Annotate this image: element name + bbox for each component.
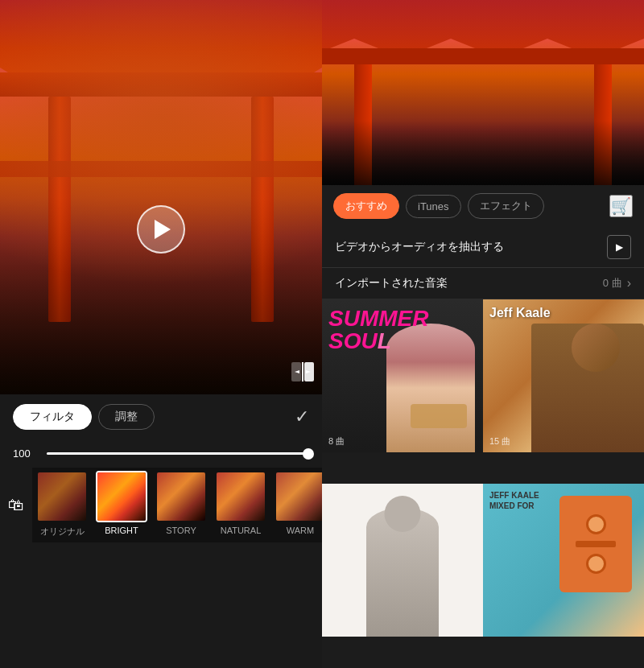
summer-soul-food <box>411 404 467 428</box>
filter-thumb-image-bright <box>97 472 146 521</box>
cassette-reel-bottom <box>586 554 606 574</box>
cart-button[interactable]: 🛒 <box>609 195 633 217</box>
filter-thumb-image-natural <box>217 472 265 521</box>
compare-icon <box>291 362 314 381</box>
right-video-fade <box>322 121 644 185</box>
album-card-4[interactable]: JEFF KAALEMIXED FOR <box>483 484 644 637</box>
jeff-kaale-background: Jeff Kaale <box>483 299 644 452</box>
jeff-kaale-head <box>572 324 620 372</box>
right-video-preview <box>322 0 644 185</box>
filter-label-bright: BRIGHT <box>105 526 138 535</box>
filter-thumb-natural <box>215 471 266 522</box>
slider-value: 100 <box>13 447 37 460</box>
filter-thumb-warm <box>275 471 322 522</box>
right-panel: おすすめ iTunes エフェクト 🛒 ビデオからオーディオを抽出する ▶ イン… <box>322 0 644 668</box>
video-overlay <box>0 0 322 394</box>
cassette-body <box>559 496 632 592</box>
filter-thumb-image-story <box>157 472 205 521</box>
extract-audio-row[interactable]: ビデオからオーディオを抽出する ▶ <box>322 227 644 268</box>
intensity-slider-section: 100 <box>0 439 322 468</box>
filter-thumb-image-warm <box>276 472 322 521</box>
album-grid: SUMMERSOUL 8 曲 Jeff Kaale 15 曲 <box>322 299 644 668</box>
filter-thumb-original <box>36 471 88 522</box>
tab-effects[interactable]: エフェクト <box>468 193 544 219</box>
filter-thumb-story <box>155 471 207 522</box>
filter-item-story[interactable]: STORY <box>151 468 211 542</box>
filter-item-natural[interactable]: NATURAL <box>211 468 270 542</box>
filter-thumb-bright <box>96 471 147 522</box>
filter-tab[interactable]: フィルタ <box>13 404 92 430</box>
music-tabs: おすすめ iTunes エフェクト 🛒 <box>322 185 644 227</box>
cassette-reel-top <box>586 514 606 534</box>
tab-itunes[interactable]: iTunes <box>406 195 461 218</box>
album-card-jeff-kaale[interactable]: Jeff Kaale 15 曲 <box>483 299 644 452</box>
album-card-summer-soul[interactable]: SUMMERSOUL 8 曲 <box>322 299 483 452</box>
album-4-title-text: JEFF KAALEMIXED FOR <box>489 490 539 511</box>
play-button[interactable] <box>137 205 185 254</box>
filter-strip: 🛍 オリジナル BRIGHT STORY NATURAL <box>0 468 322 542</box>
filter-label-original: オリジナル <box>40 526 85 538</box>
imported-music-row[interactable]: インポートされた音楽 0 曲 › <box>322 268 644 299</box>
filter-item-warm[interactable]: WARM <box>270 468 322 542</box>
filter-label-story: STORY <box>166 526 196 535</box>
filter-adjust-tabs: フィルタ 調整 ✓ <box>0 394 322 439</box>
cassette-window <box>576 541 616 547</box>
filter-item-bright[interactable]: BRIGHT <box>92 468 151 542</box>
right-shrine-beam <box>322 48 644 64</box>
album-count-summer-soul: 8 曲 <box>328 435 345 447</box>
extract-audio-label: ビデオからオーディオを抽出する <box>335 240 607 254</box>
compare-button[interactable] <box>291 362 314 386</box>
summer-soul-title-text: SUMMERSOUL <box>328 307 428 353</box>
filter-item-original[interactable]: オリジナル <box>32 468 92 542</box>
left-panel: フィルタ 調整 ✓ 100 🛍 オリジナル BRIGHT <box>0 0 322 668</box>
shopping-bag-icon[interactable]: 🛍 <box>8 496 24 514</box>
tab-recommended[interactable]: おすすめ <box>333 193 399 219</box>
video-preview <box>0 0 322 394</box>
extract-play-button[interactable]: ▶ <box>607 235 631 259</box>
slider-fill <box>47 452 309 455</box>
imported-music-label: インポートされた音楽 <box>335 276 603 291</box>
filter-label-warm: WARM <box>287 526 314 535</box>
jeff-kaale-title-text: Jeff Kaale <box>489 306 551 320</box>
play-icon <box>155 220 171 239</box>
slider-thumb[interactable] <box>303 448 314 460</box>
slider-track[interactable] <box>47 452 309 455</box>
extract-play-icon: ▶ <box>616 241 623 253</box>
imported-music-count: 0 曲 <box>603 276 622 291</box>
adjust-tab[interactable]: 調整 <box>98 404 155 430</box>
filter-label-natural: NATURAL <box>221 526 262 535</box>
chevron-right-icon: › <box>627 276 631 291</box>
album-4-background: JEFF KAALEMIXED FOR <box>483 484 644 637</box>
album-card-3[interactable] <box>322 484 483 637</box>
summer-soul-background: SUMMERSOUL <box>322 299 483 452</box>
check-button[interactable]: ✓ <box>295 406 309 427</box>
album-3-head <box>385 496 421 532</box>
bag-icon-wrap: 🛍 <box>0 468 32 542</box>
filter-thumb-image-original <box>38 472 86 521</box>
album-count-jeff-kaale: 15 曲 <box>489 435 510 447</box>
album-3-background <box>322 484 483 637</box>
